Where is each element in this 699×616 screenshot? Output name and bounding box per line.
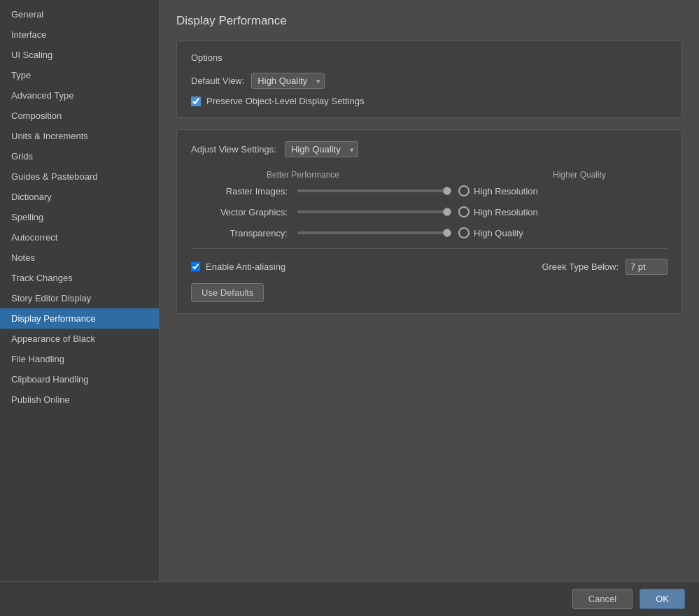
transparency-radio-label: High Quality: [474, 228, 523, 238]
default-view-select-wrapper: High Quality Typical Fast: [251, 73, 325, 89]
default-view-select[interactable]: High Quality Typical Fast: [251, 73, 325, 89]
sidebar-item-dictionary[interactable]: Dictionary: [0, 187, 159, 207]
raster-images-radio: High Resolution: [458, 185, 538, 196]
sidebar-item-guides-pasteboard[interactable]: Guides & Pasteboard: [0, 166, 159, 187]
sidebar-item-type[interactable]: Type: [0, 65, 159, 85]
preserve-checkbox[interactable]: [191, 96, 201, 106]
content-area: Display Performance Options Default View…: [160, 0, 699, 581]
sidebar-item-units-increments[interactable]: Units & Increments: [0, 126, 159, 146]
sidebar-item-publish-online[interactable]: Publish Online: [0, 389, 159, 410]
sidebar-item-clipboard-handling[interactable]: Clipboard Handling: [0, 369, 159, 389]
vector-graphics-radio-label: High Resolution: [474, 207, 538, 217]
raster-images-slider[interactable]: [297, 189, 451, 192]
sidebar-item-track-changes[interactable]: Track Changes: [0, 268, 159, 288]
raster-images-radio-label: High Resolution: [474, 186, 538, 196]
vector-graphics-slider[interactable]: [297, 210, 451, 213]
antialias-checkbox[interactable]: [191, 262, 200, 271]
sidebar-item-composition[interactable]: Composition: [0, 106, 159, 126]
adjust-view-select-wrapper: High Quality Typical Fast: [285, 141, 358, 157]
transparency-radio: High Quality: [458, 227, 523, 238]
sidebar-item-grids[interactable]: Grids: [0, 146, 159, 166]
transparency-slider-container: High Quality: [297, 227, 662, 238]
transparency-slider[interactable]: [297, 231, 451, 234]
sidebar: GeneralInterfaceUI ScalingTypeAdvanced T…: [0, 0, 160, 581]
vector-graphics-label: Vector Graphics:: [197, 207, 288, 217]
raster-images-label: Raster Images:: [197, 186, 288, 196]
preserve-label: Preserve Object-Level Display Settings: [206, 96, 364, 106]
sidebar-item-file-handling[interactable]: File Handling: [0, 349, 159, 369]
bottom-row: Enable Anti-aliasing Greek Type Below:: [191, 259, 668, 275]
transparency-row: Transparency: High Quality: [197, 227, 662, 238]
raster-images-radio-button[interactable]: [458, 185, 469, 196]
greek-type-label: Greek Type Below:: [542, 262, 619, 272]
better-performance-label: Better Performance: [267, 170, 339, 180]
sidebar-item-ui-scaling[interactable]: UI Scaling: [0, 45, 159, 65]
sidebar-item-advanced-type[interactable]: Advanced Type: [0, 85, 159, 106]
greek-type-section: Greek Type Below:: [542, 259, 668, 275]
footer: Cancel OK: [0, 581, 699, 616]
antialias-label: Enable Anti-aliasing: [206, 262, 285, 272]
raster-images-slider-container: High Resolution: [297, 185, 662, 196]
options-panel-title: Options: [191, 52, 668, 63]
transparency-label: Transparency:: [197, 228, 288, 238]
transparency-radio-button[interactable]: [458, 227, 469, 238]
raster-images-row: Raster Images: High Resolution: [197, 185, 662, 196]
preserve-checkbox-row: Preserve Object-Level Display Settings: [191, 96, 668, 106]
sidebar-item-autocorrect[interactable]: Autocorrect: [0, 227, 159, 248]
sidebar-item-appearance-of-black[interactable]: Appearance of Black: [0, 329, 159, 349]
vector-graphics-radio: High Resolution: [458, 206, 538, 217]
quality-labels: Better Performance Higher Quality: [197, 170, 662, 180]
higher-quality-label: Higher Quality: [553, 170, 662, 180]
default-view-label: Default View:: [191, 76, 244, 86]
sidebar-item-spelling[interactable]: Spelling: [0, 207, 159, 227]
options-panel: Options Default View: High Quality Typic…: [176, 41, 682, 118]
vector-graphics-radio-button[interactable]: [458, 206, 469, 217]
vector-graphics-row: Vector Graphics: High Resolution: [197, 206, 662, 217]
panel-divider: [191, 248, 668, 249]
adjust-view-label: Adjust View Settings:: [191, 144, 276, 155]
default-view-row: Default View: High Quality Typical Fast: [191, 73, 668, 89]
use-defaults-button[interactable]: Use Defaults: [191, 283, 264, 302]
sidebar-item-display-performance[interactable]: Display Performance: [0, 308, 159, 329]
slider-section: Better Performance Higher Quality Raster…: [191, 170, 668, 238]
cancel-button[interactable]: Cancel: [572, 589, 633, 609]
adjust-panel: Adjust View Settings: High Quality Typic…: [176, 129, 682, 314]
sidebar-item-notes[interactable]: Notes: [0, 248, 159, 268]
page-title: Display Performance: [176, 14, 682, 28]
greek-type-input[interactable]: [626, 259, 668, 275]
ok-button[interactable]: OK: [640, 589, 685, 609]
sidebar-item-general[interactable]: General: [0, 4, 159, 24]
adjust-header: Adjust View Settings: High Quality Typic…: [191, 141, 668, 157]
adjust-view-select[interactable]: High Quality Typical Fast: [285, 141, 358, 157]
sidebar-item-story-editor-display[interactable]: Story Editor Display: [0, 288, 159, 308]
antialias-section: Enable Anti-aliasing: [191, 262, 285, 272]
vector-graphics-slider-container: High Resolution: [297, 206, 662, 217]
sidebar-item-interface[interactable]: Interface: [0, 24, 159, 45]
